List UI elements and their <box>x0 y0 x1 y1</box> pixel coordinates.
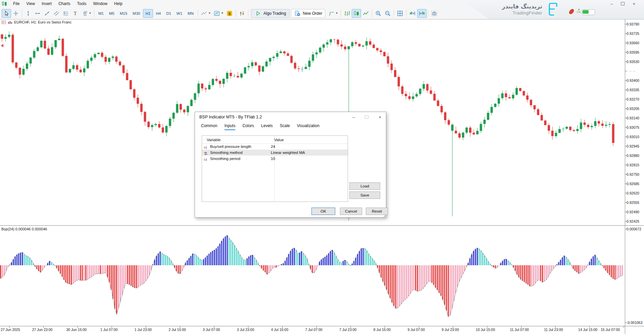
time-axis-label: 3 Jul 07:00 <box>203 328 220 332</box>
zoom-in[interactable] <box>374 9 383 18</box>
time-axis-label: 4 Jul 15:00 <box>271 328 288 332</box>
table-row[interactable]: 01Buy/sell pressure length24 <box>202 144 348 150</box>
lvl-toggle[interactable] <box>582 9 595 15</box>
price-axis-label: 0.92620 <box>627 191 639 195</box>
resize-grip[interactable]: ◢ <box>383 214 386 217</box>
menu-view[interactable]: View <box>23 0 38 7</box>
ok-button[interactable]: OK <box>311 208 335 215</box>
menu-tools[interactable]: Tools <box>74 0 90 7</box>
price-axis-label: 0.92425 <box>627 219 639 223</box>
indicators-list[interactable]: ƒ <box>327 9 339 18</box>
tile-windows-icon <box>397 10 403 17</box>
time-axis-label: 27 Jun 23:00 <box>32 328 53 332</box>
load-button[interactable]: Load <box>349 182 380 190</box>
timeframe-m1[interactable]: M1 <box>96 9 106 18</box>
timeframe-w1[interactable]: W1 <box>174 9 185 18</box>
line-chart[interactable] <box>361 9 370 18</box>
table-row[interactable]: Smoothing methodLinear weighted MA <box>202 150 348 156</box>
toolbar-separator <box>198 10 198 17</box>
chart-window-icon <box>201 10 207 17</box>
tab-scale[interactable]: Scale <box>280 123 290 130</box>
tab-common[interactable]: Common <box>201 123 217 130</box>
table-row[interactable]: 01Smoothing period10 <box>202 156 348 162</box>
variable-value[interactable]: 10 <box>266 157 275 161</box>
dialog-close-button[interactable]: × <box>379 115 381 120</box>
trendline-tool-icon <box>44 10 50 17</box>
save-button[interactable]: Save <box>349 191 380 199</box>
tradingfinder-mark-icon <box>546 2 560 17</box>
cancel-button[interactable]: Cancel <box>340 208 362 215</box>
horizontal-line-tool[interactable] <box>33 9 42 18</box>
timeframe-d1[interactable]: D1 <box>163 9 174 18</box>
cycle-lines-tool[interactable] <box>61 9 70 18</box>
price-axis-label: 0.92880 <box>627 154 639 158</box>
crosshair-icon <box>12 10 19 17</box>
menu-charts[interactable]: Charts <box>55 0 73 7</box>
menu-insert[interactable]: Insert <box>38 0 55 7</box>
algo-trading-button-label: Algo Trading <box>263 11 286 16</box>
crosshair[interactable] <box>11 9 20 18</box>
menu-file[interactable]: File <box>10 0 23 7</box>
mt5-window: FileViewInsertChartsToolsWindowHelp TM1M… <box>0 0 644 334</box>
depth-of-market[interactable] <box>237 9 247 18</box>
tradingfinder-name-english: TradingFinder <box>512 10 542 16</box>
bsp-indicator-panel[interactable] <box>0 226 625 326</box>
cursor-arrow[interactable] <box>2 9 11 18</box>
time-axis-label: 9 Jul 23:00 <box>442 328 459 332</box>
tab-inputs[interactable]: Inputs <box>225 123 236 130</box>
chart-window[interactable] <box>199 9 212 18</box>
indicator-window[interactable] <box>212 9 225 18</box>
algo-trading-button[interactable]: Algo Trading <box>251 9 290 18</box>
new-order-button[interactable]: New Order <box>291 9 325 18</box>
window-close-button[interactable]: × <box>633 2 635 6</box>
indicator-axis-max: 0.000672 <box>627 227 641 231</box>
price-axis-label: 0.93270 <box>627 97 639 101</box>
zoom-out[interactable] <box>383 9 392 18</box>
timeframe-h4[interactable]: H4 <box>153 9 163 18</box>
channel-tool[interactable] <box>52 9 61 18</box>
zoom-in-icon <box>375 10 382 17</box>
dialog-minimize-button[interactable]: – <box>352 115 355 120</box>
cursor-arrow-icon <box>3 10 10 17</box>
timeframe-m30[interactable]: M30 <box>130 9 143 18</box>
timeframe-m15[interactable]: M15 <box>117 9 130 18</box>
shapes-tool[interactable] <box>80 9 93 18</box>
window-minimize-button[interactable]: – <box>610 2 613 6</box>
trendline-tool[interactable] <box>42 9 52 18</box>
tile-windows[interactable] <box>395 9 405 18</box>
dialog-maximize-button[interactable] <box>365 115 368 120</box>
candles-chart[interactable] <box>352 9 361 18</box>
price-axis-label: 0.92945 <box>627 144 639 148</box>
text-tool[interactable]: T <box>70 9 80 18</box>
tab-levels[interactable]: Levels <box>261 123 273 130</box>
time-axis[interactable]: 27 Jun 202527 Jun 23:0030 Jun 15:001 Jul… <box>0 326 625 334</box>
text-tool-icon: T <box>72 10 79 17</box>
window-maximize-button[interactable] <box>621 2 625 6</box>
time-axis-label: 11 Jul 07:00 <box>510 328 529 332</box>
variable-value[interactable]: Linear weighted MA <box>266 151 305 155</box>
toolbar-separator <box>22 10 22 17</box>
bars-chart[interactable] <box>342 9 352 18</box>
time-axis-label: 9 Jul 07:00 <box>407 328 425 332</box>
price-axis[interactable]: 0.937900.937250.936600.935950.93530- -- … <box>626 19 644 334</box>
timeframe-h1[interactable]: H1 <box>143 9 153 18</box>
price-axis-label: 0.93010 <box>627 135 639 139</box>
time-axis-label: 7 Jul 07:00 <box>305 328 322 332</box>
price-axis-label: 0.92685 <box>627 182 639 186</box>
time-axis-label: 2 Jul 15:00 <box>169 328 186 332</box>
window-maximize-icon <box>621 2 625 5</box>
time-axis-label: 8 Jul 15:00 <box>374 328 391 332</box>
timeframe-m5[interactable]: M5 <box>106 9 117 18</box>
shapes-tool-icon <box>81 10 88 17</box>
variable-value[interactable]: 24 <box>266 145 275 149</box>
toolbar-separator <box>94 10 94 17</box>
menu-help[interactable]: Help <box>111 0 126 7</box>
timeframe-mn[interactable]: MN <box>185 9 196 18</box>
menu-window[interactable]: Window <box>90 0 111 7</box>
variable-name: 01Buy/sell pressure length <box>202 145 266 149</box>
currency-pairs[interactable]: $ <box>225 9 234 18</box>
dialog-controls: –× <box>352 112 381 122</box>
tab-colors[interactable]: Colors <box>242 123 254 130</box>
vertical-line-tool[interactable] <box>23 9 33 18</box>
tab-visualization[interactable]: Visualization <box>297 123 319 130</box>
